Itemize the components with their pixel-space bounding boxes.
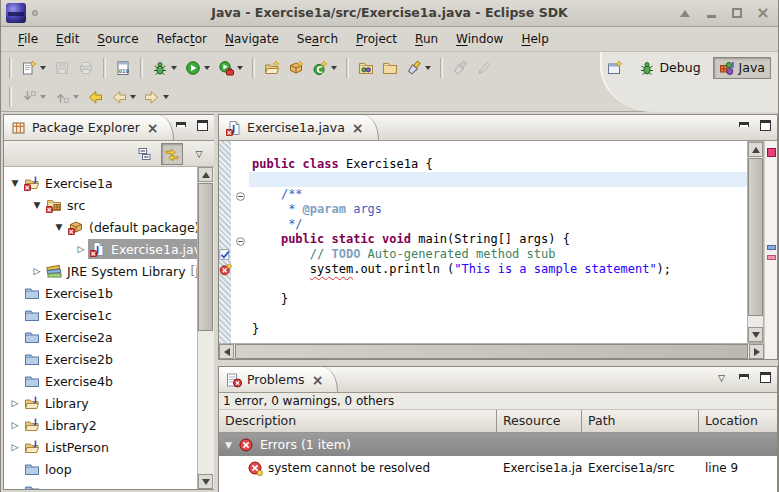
menu-edit[interactable]: Edit — [47, 29, 88, 49]
code-line-3[interactable]: /** — [249, 187, 747, 202]
forward-button[interactable] — [140, 85, 173, 109]
collapse-all-button[interactable] — [134, 143, 156, 165]
tree-item-content[interactable]: JListPerson — [22, 437, 197, 457]
tree-item-content[interactable]: Exercise1b — [22, 283, 197, 303]
open-type-button[interactable] — [354, 56, 378, 80]
code-text-area[interactable]: public class Exercise1a { /** * @param a… — [249, 141, 747, 343]
menu-navigate[interactable]: Navigate — [216, 29, 288, 49]
code-line-8[interactable]: system.out.println ("This is a sample st… — [249, 262, 747, 277]
menu-source[interactable]: Source — [88, 29, 147, 49]
tree-item-exercise1c[interactable]: Exercise1c — [4, 304, 197, 326]
tree-item-library[interactable]: ▷JLibrary — [4, 392, 197, 414]
tree-item-content[interactable] — [22, 481, 197, 489]
code-line-1[interactable]: public class Exercise1a { — [249, 157, 747, 172]
code-line-12[interactable]: } — [249, 322, 747, 337]
code-line-10[interactable]: } — [249, 292, 747, 307]
scroll-left-icon[interactable] — [219, 344, 234, 359]
open-perspective-button[interactable] — [603, 56, 627, 80]
tree-item-content[interactable]: JExercise1a.java — [88, 239, 197, 259]
collapsed-icon[interactable]: ▷ — [30, 266, 44, 276]
error-marker-icon[interactable] — [219, 263, 232, 276]
tree-item-src[interactable]: ▼src — [4, 194, 197, 216]
collapsed-icon[interactable]: ▷ — [8, 420, 22, 430]
overview-error-marker[interactable] — [767, 148, 776, 157]
new-java-project-button[interactable] — [260, 56, 284, 80]
scroll-down-icon[interactable] — [748, 327, 763, 342]
binary-file-button[interactable]: 010 — [111, 56, 135, 80]
expanded-icon[interactable]: ▼ — [52, 222, 66, 232]
java-perspective-button[interactable]: J Java — [713, 57, 771, 79]
menu-project[interactable]: Project — [347, 29, 406, 49]
tree-item-content[interactable]: (default package) — [66, 217, 197, 237]
package-explorer-tab[interactable]: Package Explorer × — [4, 115, 174, 140]
problems-tab[interactable]: Problems × — [219, 367, 338, 392]
editor-vertical-scrollbar[interactable] — [747, 141, 764, 343]
code-line-4[interactable]: * @param args — [249, 202, 747, 217]
close-icon[interactable]: × — [352, 123, 364, 133]
tree-item-exercise4b[interactable]: Exercise4b — [4, 370, 197, 392]
tree-item-library2[interactable]: ▷JLibrary2 — [4, 414, 197, 436]
code-line-2[interactable] — [249, 172, 747, 187]
tree-item-exercise2a[interactable]: Exercise2a — [4, 326, 197, 348]
close-icon[interactable]: × — [147, 123, 159, 133]
minimize-view-icon[interactable] — [174, 120, 187, 132]
tree-item-exercise1a[interactable]: ▼JExercise1a — [4, 172, 197, 194]
menu-search[interactable]: Search — [288, 29, 347, 49]
new-wizard-button[interactable] — [17, 56, 50, 80]
dropdown-arrow-icon[interactable] — [130, 95, 136, 99]
maximize-view-icon[interactable] — [759, 372, 772, 384]
scroll-up-icon[interactable] — [198, 167, 213, 182]
minimize-view-icon[interactable] — [737, 372, 750, 384]
menu-window[interactable]: Window — [447, 29, 512, 49]
tree-item-exercise1a-java[interactable]: ▷JExercise1a.java — [4, 238, 197, 260]
search-button[interactable] — [402, 56, 435, 80]
column-header-location[interactable]: Location — [699, 410, 777, 432]
tree-scrollbar[interactable] — [197, 167, 214, 489]
dropdown-arrow-icon[interactable] — [425, 66, 431, 70]
menu-run[interactable]: Run — [406, 29, 447, 49]
dropdown-arrow-icon[interactable] — [73, 95, 79, 99]
expanded-icon[interactable]: ▼ — [8, 178, 22, 188]
menu-file[interactable]: File — [9, 29, 47, 49]
new-class-button[interactable]: C — [308, 56, 341, 80]
shade-window-icon[interactable] — [678, 6, 692, 20]
view-menu-icon[interactable]: ▽ — [715, 372, 728, 384]
problems-error-group-row[interactable]: ▼ Errors (1 item) — [219, 433, 777, 456]
tree-item-partial-item[interactable] — [4, 480, 197, 489]
column-header-resource[interactable]: Resource — [497, 410, 582, 432]
collapsed-icon[interactable]: ▷ — [8, 398, 22, 408]
tree-item-content[interactable]: Exercise2a — [22, 327, 197, 347]
scrollbar-thumb[interactable] — [235, 344, 748, 359]
collapsed-icon[interactable]: ▷ — [8, 442, 22, 452]
tree-item-content[interactable]: Exercise4b — [22, 371, 197, 391]
minimize-window-icon[interactable] — [704, 6, 718, 20]
overview-ruler[interactable] — [764, 141, 777, 359]
tree-item-default-package[interactable]: ▼(default package) — [4, 216, 197, 238]
code-line-9[interactable] — [249, 277, 747, 292]
code-line-7[interactable]: // TODO Auto-generated method stub — [249, 247, 747, 262]
dropdown-arrow-icon[interactable] — [331, 66, 337, 70]
tree-item-loop[interactable]: loop — [4, 458, 197, 480]
open-resource-button[interactable] — [378, 56, 402, 80]
debug-button[interactable] — [148, 56, 181, 80]
tree-item-exercise1b[interactable]: Exercise1b — [4, 282, 197, 304]
column-header-description[interactable]: Description — [219, 410, 497, 432]
tree-item-content[interactable]: JLibrary — [22, 393, 197, 413]
minimize-view-icon[interactable] — [737, 120, 750, 132]
scrollbar-thumb[interactable] — [748, 158, 763, 316]
tree-item-content[interactable]: JLibrary2 — [22, 415, 197, 435]
new-package-button[interactable] — [284, 56, 308, 80]
maximize-view-icon[interactable] — [759, 120, 772, 132]
tree-item-listperson[interactable]: ▷JListPerson — [4, 436, 197, 458]
problem-row[interactable]: system cannot be resolvedExercise1a.java… — [219, 456, 777, 479]
expanded-icon[interactable]: ▼ — [30, 200, 44, 210]
overview-task-marker[interactable] — [767, 245, 776, 250]
scroll-down-icon[interactable] — [198, 474, 213, 489]
tree-item-content[interactable]: JExercise1a — [22, 173, 197, 193]
tree-item-content[interactable]: src — [44, 195, 197, 215]
link-with-editor-button[interactable] — [161, 143, 183, 165]
expanded-icon[interactable]: ▼ — [225, 440, 232, 450]
debug-perspective-button[interactable]: Debug — [633, 57, 706, 79]
editor-horizontal-scrollbar[interactable] — [219, 343, 764, 359]
last-edit-location-button[interactable] — [83, 85, 107, 109]
